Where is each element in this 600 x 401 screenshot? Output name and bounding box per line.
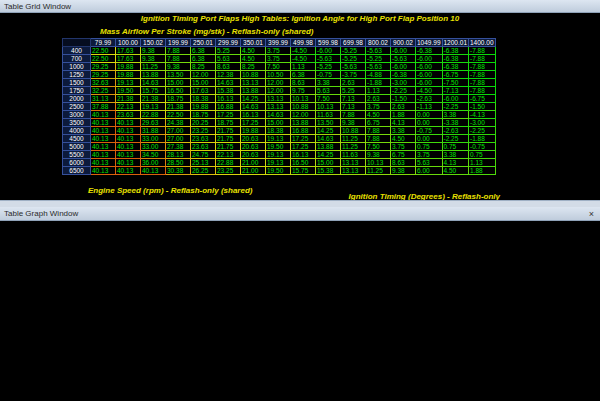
table-cell[interactable]: 12.00 <box>266 79 291 87</box>
table-cell[interactable]: 20.63 <box>241 143 266 151</box>
table-cell[interactable]: 16.13 <box>291 151 316 159</box>
table-cell[interactable]: -5.63 <box>316 55 341 63</box>
table-cell[interactable]: 40.13 <box>91 143 116 151</box>
table-cell[interactable]: 15.38 <box>216 87 241 95</box>
table-cell[interactable]: 15.00 <box>166 79 191 87</box>
table-cell[interactable]: 19.50 <box>266 167 291 175</box>
table-cell[interactable]: 19.50 <box>266 143 291 151</box>
table-cell[interactable]: 9.38 <box>366 151 391 159</box>
table-cell[interactable]: 4.13 <box>442 159 469 167</box>
table-cell[interactable]: 23.63 <box>116 111 141 119</box>
table-cell[interactable]: 19.88 <box>116 71 141 79</box>
table-cell[interactable]: 28.50 <box>166 159 191 167</box>
table-cell[interactable]: 6.38 <box>291 71 316 79</box>
table-cell[interactable]: -1.88 <box>366 79 391 87</box>
table-cell[interactable]: 19.88 <box>241 127 266 135</box>
table-cell[interactable]: 6.38 <box>191 55 216 63</box>
table-cell[interactable]: 11.25 <box>341 135 366 143</box>
table-cell[interactable]: -4.88 <box>366 71 391 79</box>
table-cell[interactable]: 18.38 <box>266 127 291 135</box>
table-cell[interactable]: -3.00 <box>391 79 416 87</box>
table-cell[interactable]: 10.88 <box>291 103 316 111</box>
table-cell[interactable]: 11.25 <box>341 143 366 151</box>
table-cell[interactable]: 14.63 <box>141 79 166 87</box>
table-cell[interactable]: 16.88 <box>216 103 241 111</box>
table-cell[interactable]: 27.38 <box>166 143 191 151</box>
table-cell[interactable]: 25.13 <box>191 159 216 167</box>
table-cell[interactable]: 9.38 <box>166 63 191 71</box>
table-cell[interactable]: 13.88 <box>141 71 166 79</box>
table-cell[interactable]: 17.25 <box>291 135 316 143</box>
table-cell[interactable]: -6.00 <box>316 47 341 55</box>
table-cell[interactable]: 40.13 <box>91 151 116 159</box>
table-cell[interactable]: 7.88 <box>366 127 391 135</box>
table-cell[interactable]: 2.63 <box>341 79 366 87</box>
table-cell[interactable]: -6.00 <box>416 55 443 63</box>
table-cell[interactable]: 7.88 <box>341 111 366 119</box>
table-cell[interactable]: 32.63 <box>91 79 116 87</box>
table-cell[interactable]: 13.88 <box>241 87 266 95</box>
table-cell[interactable]: 9.38 <box>141 55 166 63</box>
table-cell[interactable]: 5.25 <box>341 87 366 95</box>
table-cell[interactable]: 21.75 <box>216 135 241 143</box>
table-cell[interactable]: 12.38 <box>216 71 241 79</box>
table-cell[interactable]: 18.75 <box>191 111 216 119</box>
table-cell[interactable]: -1.88 <box>469 135 496 143</box>
table-cell[interactable]: 40.13 <box>91 127 116 135</box>
table-cell[interactable]: -3.00 <box>469 119 496 127</box>
table-cell[interactable]: 12.00 <box>266 87 291 95</box>
table-cell[interactable]: -6.38 <box>442 55 469 63</box>
table-cell[interactable]: 10.88 <box>341 127 366 135</box>
table-cell[interactable]: 19.13 <box>141 103 166 111</box>
close-icon[interactable]: × <box>589 207 594 221</box>
table-cell[interactable]: 22.13 <box>116 103 141 111</box>
graph-window-titlebar[interactable]: Table Graph Window × <box>0 207 600 221</box>
table-cell[interactable]: 9.38 <box>341 119 366 127</box>
table-cell[interactable]: 14.63 <box>241 103 266 111</box>
table-cell[interactable]: 18.75 <box>166 95 191 103</box>
table-cell[interactable]: 14.63 <box>216 79 241 87</box>
table-cell[interactable]: 13.88 <box>316 143 341 151</box>
table-cell[interactable]: 11.25 <box>141 63 166 71</box>
table-cell[interactable]: 22.88 <box>216 159 241 167</box>
table-cell[interactable]: 21.00 <box>241 159 266 167</box>
table-cell[interactable]: 21.38 <box>166 103 191 111</box>
table-cell[interactable]: 7.50 <box>366 143 391 151</box>
table-cell[interactable]: 9.38 <box>391 167 416 175</box>
table-cell[interactable]: 23.63 <box>191 143 216 151</box>
table-cell[interactable]: 15.00 <box>266 119 291 127</box>
table-cell[interactable]: -6.00 <box>391 63 416 71</box>
table-cell[interactable]: 27.00 <box>166 135 191 143</box>
table-cell[interactable]: -6.00 <box>442 95 469 103</box>
table-cell[interactable]: 19.13 <box>116 79 141 87</box>
table-cell[interactable]: 9.75 <box>291 87 316 95</box>
table-cell[interactable]: 27.00 <box>166 127 191 135</box>
table-cell[interactable]: -2.25 <box>391 87 416 95</box>
table-cell[interactable]: 19.13 <box>266 151 291 159</box>
table-cell[interactable]: 19.50 <box>116 87 141 95</box>
table-cell[interactable]: 4.50 <box>241 47 266 55</box>
table-cell[interactable]: 13.50 <box>316 119 341 127</box>
table-cell[interactable]: -7.88 <box>469 79 496 87</box>
table-cell[interactable]: -2.25 <box>442 135 469 143</box>
table-cell[interactable]: 14.25 <box>316 127 341 135</box>
table-cell[interactable]: -2.63 <box>416 95 443 103</box>
table-cell[interactable]: 40.13 <box>91 159 116 167</box>
table-cell[interactable]: 28.13 <box>166 151 191 159</box>
table-cell[interactable]: 40.13 <box>116 151 141 159</box>
table-cell[interactable]: -6.75 <box>469 95 496 103</box>
table-cell[interactable]: 5.25 <box>216 47 241 55</box>
table-cell[interactable]: 16.50 <box>166 87 191 95</box>
table-cell[interactable]: 40.13 <box>91 111 116 119</box>
table-cell[interactable]: 23.25 <box>216 167 241 175</box>
table-cell[interactable]: 37.88 <box>91 103 116 111</box>
table-cell[interactable]: -3.38 <box>442 119 469 127</box>
table-cell[interactable]: 6.75 <box>391 151 416 159</box>
table-cell[interactable]: 20.25 <box>191 119 216 127</box>
table-cell[interactable]: 0.75 <box>469 151 496 159</box>
table-cell[interactable]: 13.50 <box>166 71 191 79</box>
table-cell[interactable]: 20.63 <box>241 151 266 159</box>
table-cell[interactable]: 14.25 <box>316 151 341 159</box>
table-cell[interactable]: 6.75 <box>366 119 391 127</box>
table-cell[interactable]: -4.13 <box>469 111 496 119</box>
